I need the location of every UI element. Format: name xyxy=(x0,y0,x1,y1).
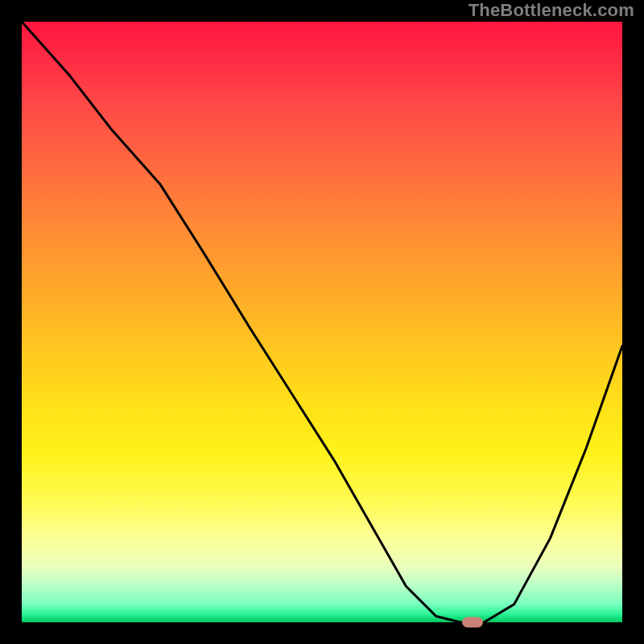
curve-path xyxy=(22,22,622,622)
chart-container: TheBottleneck.com xyxy=(0,0,644,644)
watermark-label: TheBottleneck.com xyxy=(469,0,634,21)
plot-area xyxy=(22,22,622,622)
optimal-point-marker xyxy=(462,617,483,628)
bottleneck-curve xyxy=(22,22,622,622)
